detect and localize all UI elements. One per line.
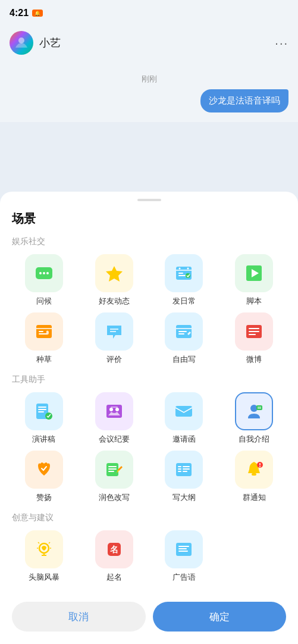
svg-line-63 [49,542,50,543]
svg-point-10 [187,268,189,270]
item-meeting[interactable]: 会议纪要 [82,392,146,445]
svg-rect-12 [178,275,186,276]
svg-rect-53 [178,471,181,472]
speech-label: 演讲稿 [32,434,55,445]
item-slogan[interactable]: 广告语 [152,530,217,583]
bottom-buttons: 取消 确定 [12,592,286,643]
cancel-button[interactable]: 取消 [12,602,146,632]
outline-icon [173,459,195,480]
icon-box-brainstorm [25,530,63,568]
icon-box-freewrite [165,312,203,351]
svg-rect-52 [183,468,190,470]
svg-point-3 [39,272,42,274]
icon-box-notify [235,451,273,489]
item-selfintro[interactable]: 自我介绍 [222,392,286,445]
item-weibo[interactable]: 微博 [222,312,286,365]
brainstorm-label: 头脑风暴 [29,572,59,583]
svg-rect-19 [39,333,47,334]
weibo-icon [243,321,265,342]
section-label-entertainment: 娱乐社交 [12,236,286,247]
icon-box-friends [95,254,133,292]
speech-icon [33,401,55,422]
svg-point-5 [46,272,49,274]
svg-point-36 [109,408,113,411]
icon-box-praise [25,451,63,489]
svg-rect-70 [178,548,187,549]
top-bar: 小艺 ··· [0,26,298,60]
creative-grid: 头脑风暴 名 起名 广告语 [12,530,286,583]
item-notify[interactable]: 群通知 [222,451,286,503]
svg-rect-45 [108,466,117,467]
review-icon [103,321,125,342]
slogan-label: 广告语 [172,572,196,583]
item-polish[interactable]: 润色改写 [82,451,146,503]
sheet-title: 场景 [12,211,286,227]
meeting-label: 会议纪要 [99,434,130,445]
icon-box-weibo [235,312,273,351]
item-outline[interactable]: 写大纲 [152,451,217,503]
confirm-button[interactable]: 确定 [153,602,287,632]
item-invite[interactable]: 邀请函 [152,392,217,445]
item-grass[interactable]: 种草 [12,312,76,365]
svg-point-9 [179,268,181,270]
item-script[interactable]: 脚本 [222,254,286,307]
more-button[interactable]: ··· [275,36,288,50]
icon-box-daily [165,254,203,292]
svg-marker-6 [106,266,123,282]
script-label: 脚本 [246,296,262,307]
grass-icon [33,321,55,342]
svg-rect-33 [38,411,44,412]
avatar-icon [13,35,30,51]
notification-icon: 🔔 [32,10,43,17]
item-freewrite[interactable]: 自由写 [152,312,217,365]
svg-rect-11 [178,273,183,274]
polish-icon [103,459,125,480]
collapse-button[interactable] [0,60,298,71]
item-daily[interactable]: 发日常 [152,254,217,307]
svg-rect-25 [178,333,184,334]
item-friends[interactable]: 好友动态 [82,254,146,307]
freewrite-label: 自由写 [172,354,196,365]
item-speech[interactable]: 演讲稿 [12,392,76,445]
tools-grid: 演讲稿 会议纪要 邀请函 [12,392,286,503]
section-label-creative: 创意与建议 [12,512,286,523]
svg-rect-24 [178,331,187,332]
praise-icon [33,459,55,480]
item-naming[interactable]: 名 起名 [82,530,146,583]
avatar[interactable] [10,31,33,55]
daily-icon [173,262,195,284]
item-brainstorm[interactable]: 头脑风暴 [12,530,76,583]
svg-line-62 [38,542,39,543]
invite-label: 邀请函 [172,434,196,445]
review-label: 评价 [106,354,122,365]
svg-rect-29 [249,334,256,335]
svg-rect-41 [256,405,262,410]
icon-box-outline [165,451,203,489]
svg-rect-71 [178,551,188,552]
meeting-icon [103,401,125,422]
svg-point-1 [18,37,24,43]
polish-label: 润色改写 [99,492,130,503]
item-greeting[interactable]: 问候 [12,254,76,307]
svg-rect-27 [249,328,259,329]
weibo-label: 微博 [246,354,262,365]
bottom-sheet: 场景 娱乐社交 问候 好友动态 [0,192,298,644]
svg-rect-49 [178,466,181,467]
drag-handle [137,199,161,201]
timestamp: 刚刚 [0,71,298,89]
entertainment-grid: 问候 好友动态 [12,254,286,365]
naming-icon: 名 [103,539,125,560]
item-praise[interactable]: 赞扬 [12,451,76,503]
item-review[interactable]: 评价 [82,312,146,365]
svg-rect-28 [249,331,259,332]
app-name: 小艺 [39,36,61,50]
icon-box-polish [95,451,133,489]
greeting-label: 问候 [36,296,52,307]
praise-label: 赞扬 [36,492,52,503]
invite-icon [173,401,195,422]
script-icon [243,262,265,284]
svg-rect-16 [36,325,52,338]
chat-area: 刚刚 沙龙是法语音译吗 [0,60,298,122]
icon-box-slogan [165,530,203,568]
svg-rect-47 [108,471,114,472]
